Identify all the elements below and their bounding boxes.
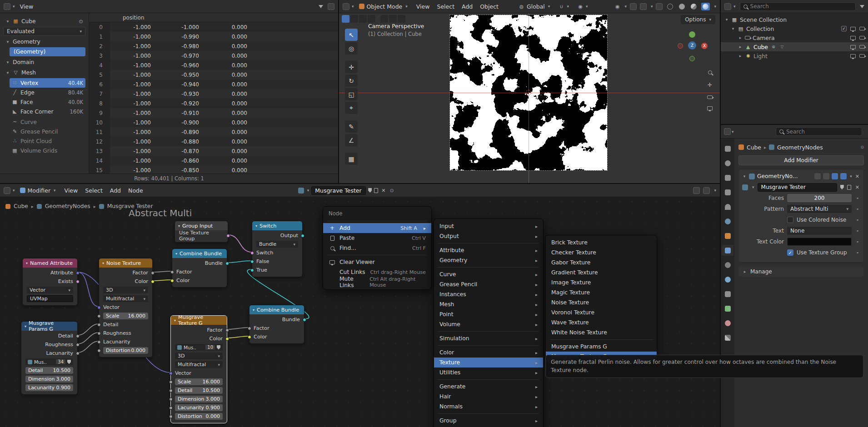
overlays-toggle-icon[interactable] (640, 3, 647, 10)
geometry-component-button[interactable]: (Geometry) (10, 47, 85, 56)
socket-in-factor[interactable] (248, 327, 251, 330)
socket-in-scale[interactable] (97, 314, 101, 318)
lacunarity-field[interactable]: Lacunarity0.900 (175, 404, 223, 411)
modifier-panel-header[interactable]: ▾ GeometryNo... ▾ ✕ (742, 171, 860, 182)
object-row-camera[interactable]: ▸ Camera (721, 33, 868, 42)
menu-item[interactable]: Attribute▸ (434, 245, 543, 255)
disable-render-icon[interactable] (859, 36, 865, 40)
sidebar-toggle-icon[interactable] (328, 3, 334, 10)
menu-item[interactable]: Output▸ (434, 231, 543, 241)
socket-in-distortion[interactable] (97, 349, 101, 353)
lacunarity-field[interactable]: Lacunarity0.900 (25, 384, 73, 391)
expander-icon[interactable]: ▾ (742, 174, 747, 179)
disable-viewport-icon[interactable] (850, 54, 856, 58)
domain-item[interactable]: ╱ Edge 80.4K (10, 88, 85, 97)
evaluation-mode-dropdown[interactable]: Evaluated▾ (3, 27, 85, 36)
expander-icon[interactable]: ▸ (738, 35, 743, 40)
menu-item[interactable]: Volume▸ (434, 319, 543, 329)
cage-toggle-icon[interactable] (823, 173, 829, 179)
collapse-icon[interactable]: ▾ (255, 224, 257, 228)
render-toggle-icon[interactable] (840, 173, 847, 179)
menu-item-clear-viewer[interactable]: Clear Viewer (323, 257, 431, 267)
disable-render-icon[interactable] (859, 45, 865, 49)
socket-in-roughness[interactable] (97, 332, 101, 335)
filter-icon[interactable] (860, 5, 864, 8)
viewport-canvas[interactable]: Options▾ Camera Perspective (1) Collecti… (339, 13, 720, 183)
socket-out-output[interactable] (301, 234, 304, 238)
menu-item-add[interactable]: + Add Shift A ▸ (323, 223, 431, 233)
disable-viewport-icon[interactable] (850, 45, 856, 49)
properties-tab-tool[interactable] (722, 143, 733, 154)
menu-item[interactable]: Geometry▸ (434, 255, 543, 265)
node-combine-bundle-1[interactable]: ▾Combine Bundle Bundle Factor Color (172, 248, 227, 288)
type-dropdown[interactable]: Multifractal▾ (175, 361, 223, 368)
fake-user-icon[interactable] (67, 360, 71, 364)
annotate-tool-button[interactable]: ✎ (345, 120, 358, 133)
socket-out-detail[interactable] (76, 334, 80, 338)
node-switch[interactable]: ▾Switch Output Bundle▾ Switch False True (252, 221, 303, 277)
distortion-field[interactable]: Distortion0.000 (103, 347, 148, 354)
attribute-name-input[interactable]: UVMap (27, 295, 73, 302)
properties-tab-material[interactable] (722, 318, 733, 328)
socket-in-vector[interactable] (169, 372, 173, 375)
menu-item[interactable]: Curve▸ (434, 269, 543, 279)
menu-item[interactable]: Gabor Texture (546, 258, 657, 268)
filter-icon[interactable] (319, 5, 323, 8)
collapse-icon[interactable]: ▾ (102, 261, 104, 265)
socket-in-vector[interactable] (97, 306, 101, 309)
fake-user-icon[interactable] (840, 185, 844, 189)
dimension-field[interactable]: Dimension3.000 (175, 396, 223, 402)
menu[interactable]: Object (476, 2, 502, 11)
user-count-badge[interactable]: 10 (205, 345, 215, 350)
shading-rendered[interactable] (701, 3, 710, 10)
outliner-search-input[interactable]: Search (740, 2, 856, 11)
zoom-icon[interactable] (708, 70, 712, 74)
proportional-editing-dropdown[interactable]: ◉▾ (574, 2, 592, 11)
menu-item[interactable]: Group▸ (434, 416, 543, 426)
detail-field[interactable]: Detail10.500 (25, 367, 73, 374)
socket-out-lacunarity[interactable] (76, 352, 80, 355)
mode-dropdown[interactable]: Object Mode ▾ (355, 2, 411, 11)
menu-item[interactable]: Texture▸ (434, 357, 543, 367)
group-datablock-selector[interactable]: Mus..10 (175, 344, 223, 351)
expander-icon[interactable]: ▸ (738, 45, 743, 49)
expander-icon[interactable]: ▾ (5, 40, 10, 44)
axis-x-negative[interactable] (678, 43, 683, 49)
menu[interactable]: View (413, 2, 434, 11)
expander-icon[interactable]: ▾ (5, 19, 10, 24)
select-mode-extend-icon[interactable] (350, 15, 358, 23)
exclude-checkbox[interactable]: ✓ (841, 26, 847, 31)
animate-decorator-icon[interactable]: • (855, 206, 860, 212)
node-musgrave-params[interactable]: ▾Musgrave Params G Detail Roughness Lacu… (21, 321, 78, 395)
column-header[interactable]: position (89, 13, 338, 22)
gizmos-toggle-icon[interactable] (630, 3, 637, 10)
node-noise-texture[interactable]: ▾Noise Texture Factor Color 3D▾ Multifra… (99, 258, 153, 357)
navigation-gizmo[interactable]: Z X (678, 31, 708, 61)
properties-tab-render[interactable] (722, 158, 733, 169)
pin-icon[interactable]: ⊙ (79, 18, 83, 25)
domain-item[interactable]: ▦ Volume Grids (10, 146, 85, 155)
socket-out-use-texture-group[interactable] (226, 234, 230, 238)
socket-in-lacunarity[interactable] (97, 340, 101, 344)
properties-tab-viewlayer[interactable] (722, 187, 733, 198)
copy-icon[interactable] (847, 185, 851, 190)
tool-option-icon[interactable] (398, 15, 405, 23)
fake-user-icon[interactable] (217, 345, 220, 350)
domain-item[interactable]: ∴ Point Cloud (10, 136, 85, 146)
text-selector[interactable]: None (787, 227, 852, 235)
socket-in-distortion[interactable] (169, 415, 173, 418)
menu[interactable]: Select (433, 2, 458, 11)
switch-type-dropdown[interactable]: Bundle▾ (256, 241, 298, 248)
add-primitive-tool-button[interactable]: ▦ (345, 153, 358, 165)
collapse-icon[interactable]: ▾ (178, 224, 180, 228)
noise-type-dropdown[interactable]: Multifractal▾ (103, 295, 148, 302)
text-color-swatch[interactable] (787, 238, 852, 246)
faces-value-slider[interactable]: 200 (787, 194, 852, 202)
outliner-editor-icon[interactable] (724, 3, 731, 10)
use-texture-group-checkbox[interactable]: ✓ (787, 249, 793, 256)
scale-field[interactable]: Scale16.000 (175, 378, 223, 385)
socket-out-bundle[interactable] (303, 318, 306, 322)
transform-tool-button[interactable]: ⌖ (345, 102, 358, 114)
visibility-icon[interactable]: ◉ (614, 4, 620, 10)
viewport-editor-icon[interactable] (343, 3, 349, 10)
